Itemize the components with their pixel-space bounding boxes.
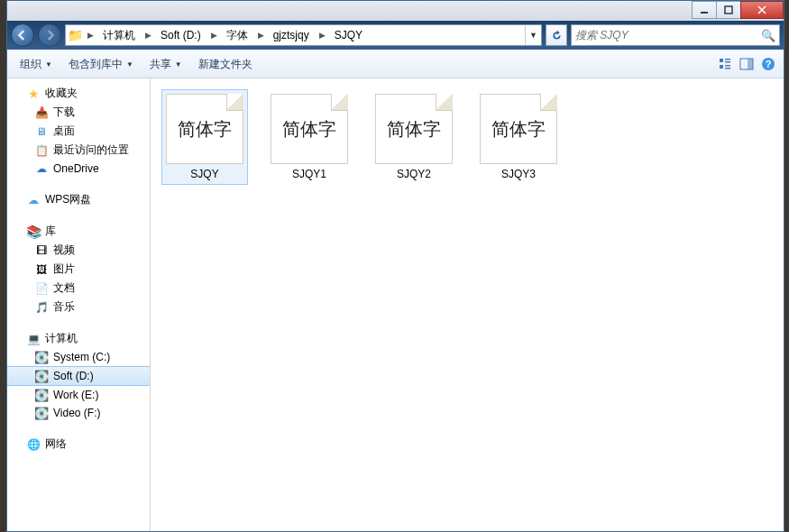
svg-text:?: ? [766, 59, 772, 69]
computer-group[interactable]: 💻计算机 [7, 329, 150, 348]
drive-icon: 💽 [34, 406, 49, 420]
minimize-button[interactable] [692, 1, 717, 19]
svg-rect-6 [725, 65, 730, 67]
file-label: SJQY3 [501, 168, 536, 180]
picture-icon: 🖼 [34, 262, 49, 277]
svg-rect-4 [725, 61, 730, 63]
recent-icon: 📋 [34, 143, 49, 158]
sidebar-item-drive-f[interactable]: 💽Video (F:) [7, 404, 150, 422]
drive-icon: 💽 [34, 350, 49, 364]
crumb-drive[interactable]: Soft (D:) [155, 25, 207, 45]
chevron-down-icon: ▼ [45, 60, 52, 69]
search-icon[interactable]: 🔍 [761, 29, 775, 42]
library-icon: 📚 [26, 225, 41, 239]
network-group[interactable]: 🌐网络 [7, 435, 150, 454]
file-item[interactable]: 简体字 SJQY [161, 89, 248, 185]
video-icon: 🎞 [34, 243, 49, 258]
maximize-button[interactable] [716, 1, 741, 19]
file-item[interactable]: 简体字 SJQY1 [266, 89, 353, 185]
svg-rect-5 [720, 65, 723, 69]
include-in-library-button[interactable]: 包含到库中▼ [61, 54, 141, 75]
star-icon: ★ [26, 87, 41, 101]
chevron-right-icon[interactable]: ▶ [254, 31, 268, 40]
svg-rect-1 [725, 6, 732, 14]
sidebar-item-drive-e[interactable]: 💽Work (E:) [7, 386, 150, 404]
search-input[interactable] [575, 29, 761, 41]
sidebar-item-desktop[interactable]: 🖥桌面 [7, 122, 150, 141]
address-bar: 📁 ▶ 计算机 ▶ Soft (D:) ▶ 字体 ▶ gjztsjqy ▶ SJ… [7, 21, 784, 50]
file-label: SJQY2 [397, 168, 431, 180]
chevron-right-icon[interactable]: ▶ [84, 31, 97, 40]
chevron-right-icon[interactable]: ▶ [207, 31, 221, 40]
back-button[interactable] [11, 23, 34, 47]
sidebar-item-onedrive[interactable]: ☁OneDrive [7, 160, 150, 178]
svg-rect-7 [725, 68, 730, 69]
sidebar-item-pictures[interactable]: 🖼图片 [7, 260, 150, 279]
font-file-icon: 简体字 [375, 94, 453, 164]
help-button[interactable]: ? [758, 54, 778, 74]
breadcrumb[interactable]: 📁 ▶ 计算机 ▶ Soft (D:) ▶ 字体 ▶ gjztsjqy ▶ SJ… [65, 24, 542, 46]
sidebar-item-recent[interactable]: 📋最近访问的位置 [7, 141, 150, 160]
search-box[interactable]: 🔍 [571, 24, 780, 46]
titlebar [7, 1, 784, 21]
crumb-folder2[interactable]: SJQY [329, 25, 369, 45]
document-icon: 📄 [34, 281, 49, 296]
file-pane[interactable]: 简体字 SJQY 简体字 SJQY1 简体字 SJQY2 简体字 SJQY3 [151, 78, 784, 531]
drive-icon: 💽 [34, 369, 49, 383]
crumb-folder1[interactable]: gjztsjqy [268, 25, 316, 45]
sidebar-item-drive-c[interactable]: 💽System (C:) [7, 348, 150, 366]
toolbar: 组织▼ 包含到库中▼ 共享▼ 新建文件夹 ? [7, 50, 784, 78]
svg-rect-2 [720, 59, 723, 62]
font-file-icon: 简体字 [480, 94, 557, 164]
font-file-icon: 简体字 [271, 94, 348, 164]
address-dropdown[interactable]: ▼ [525, 25, 541, 45]
view-options-button[interactable] [715, 54, 735, 74]
chevron-down-icon: ▼ [175, 60, 182, 69]
preview-pane-button[interactable] [737, 54, 757, 74]
network-icon: 🌐 [26, 437, 41, 452]
chevron-right-icon[interactable]: ▶ [142, 31, 155, 40]
desktop-icon: 🖥 [34, 124, 49, 139]
close-button[interactable] [740, 1, 784, 19]
forward-button[interactable] [38, 23, 61, 47]
crumb-font[interactable]: 字体 [221, 25, 254, 45]
organize-button[interactable]: 组织▼ [13, 54, 60, 75]
music-icon: 🎵 [34, 300, 49, 315]
font-file-icon: 简体字 [166, 94, 243, 164]
favorites-group[interactable]: ★收藏夹 [7, 84, 150, 103]
new-folder-button[interactable]: 新建文件夹 [191, 54, 260, 75]
crumb-computer[interactable]: 计算机 [97, 25, 142, 45]
svg-rect-3 [725, 59, 730, 60]
file-item[interactable]: 简体字 SJQY2 [371, 89, 457, 185]
svg-rect-9 [748, 59, 753, 69]
share-button[interactable]: 共享▼ [142, 54, 189, 75]
refresh-button[interactable] [546, 24, 567, 46]
download-icon: 📥 [34, 105, 49, 120]
cloud-icon: ☁ [26, 193, 41, 207]
sidebar-item-documents[interactable]: 📄文档 [7, 279, 150, 298]
computer-icon: 💻 [26, 332, 41, 346]
sidebar-item-downloads[interactable]: 📥下载 [7, 103, 150, 122]
nav-pane: ★收藏夹 📥下载 🖥桌面 📋最近访问的位置 ☁OneDrive ☁WPS网盘 📚… [7, 78, 151, 531]
file-item[interactable]: 简体字 SJQY3 [475, 89, 562, 185]
file-label: SJQY1 [292, 168, 326, 180]
libraries-group[interactable]: 📚库 [7, 222, 150, 241]
folder-icon: 📁 [66, 28, 84, 42]
svg-rect-0 [701, 12, 708, 14]
wps-group[interactable]: ☁WPS网盘 [7, 190, 150, 209]
drive-icon: 💽 [34, 388, 49, 402]
cloud-icon: ☁ [34, 161, 49, 176]
chevron-right-icon[interactable]: ▶ [316, 31, 329, 40]
sidebar-item-drive-d[interactable]: 💽Soft (D:) [7, 366, 150, 386]
chevron-down-icon: ▼ [126, 60, 133, 69]
file-label: SJQY [190, 168, 218, 180]
sidebar-item-music[interactable]: 🎵音乐 [7, 298, 150, 316]
sidebar-item-videos[interactable]: 🎞视频 [7, 241, 150, 260]
